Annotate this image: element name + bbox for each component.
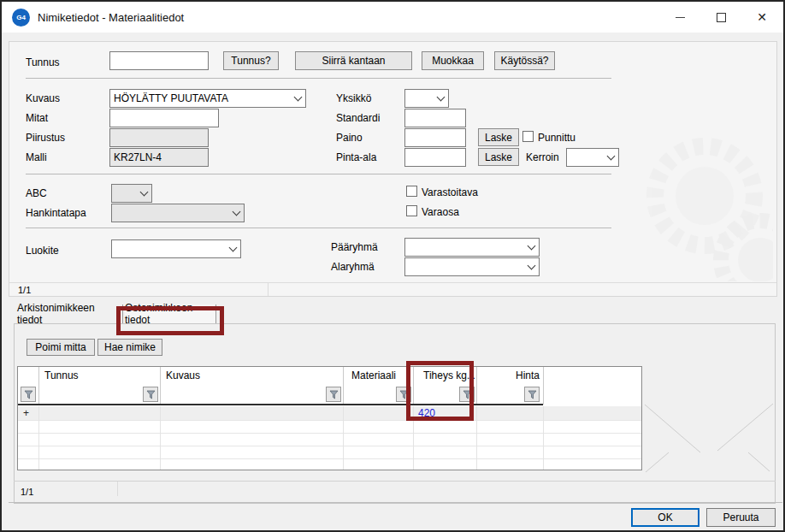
tunnus-input[interactable] bbox=[109, 51, 209, 70]
yksikko-combobox[interactable] bbox=[404, 89, 449, 108]
kuvaus-value: HÖYLÄTTY PUUTAVATA bbox=[110, 92, 291, 104]
luokite-combobox[interactable] bbox=[111, 239, 241, 258]
chevron-down-icon bbox=[434, 90, 448, 107]
kuvaus-combobox[interactable]: HÖYLÄTTY PUUTAVATA bbox=[109, 89, 306, 108]
column-header-materiaali[interactable]: Materiaali bbox=[351, 369, 396, 381]
minimize-button[interactable] bbox=[665, 6, 694, 28]
filter-funnel-icon[interactable] bbox=[143, 387, 158, 402]
chevron-down-icon bbox=[291, 90, 305, 107]
pinta-ala-input[interactable] bbox=[404, 148, 466, 167]
paino-input[interactable] bbox=[404, 128, 466, 147]
form-record-pager: 1/1 bbox=[18, 285, 31, 295]
poimi-mitta-button[interactable]: Poimi mitta bbox=[27, 339, 95, 356]
separator bbox=[26, 78, 611, 79]
varastoitava-checkbox[interactable] bbox=[406, 186, 417, 197]
item-form-panel: Tunnus Tunnus? Siirrä kantaan Muokkaa Kä… bbox=[9, 41, 777, 297]
filter-funnel-icon[interactable] bbox=[459, 387, 475, 402]
ostonimike-grid[interactable]: Tunnus Kuvaus Materiaali Tiheys kg... Hi… bbox=[17, 366, 642, 470]
piirustus-label: Piirustus bbox=[26, 132, 65, 144]
punnittu-checkbox[interactable] bbox=[522, 131, 534, 142]
pinta-ala-label: Pinta-ala bbox=[336, 151, 376, 163]
separator bbox=[26, 228, 611, 228]
filter-funnel-icon[interactable] bbox=[21, 387, 36, 402]
chevron-down-icon bbox=[524, 258, 539, 275]
mitat-input[interactable] bbox=[109, 109, 219, 127]
punnittu-label: Punnittu bbox=[538, 132, 575, 144]
hae-nimike-button[interactable]: Hae nimike bbox=[97, 339, 162, 356]
tab-ostonimikkeen-tiedot[interactable]: Ostonimikkeen tiedot bbox=[125, 304, 216, 323]
piirustus-input[interactable] bbox=[109, 128, 209, 147]
filter-funnel-icon[interactable] bbox=[524, 387, 540, 402]
separator bbox=[26, 174, 611, 174]
chevron-down-icon bbox=[604, 149, 618, 166]
chevron-down-icon bbox=[524, 239, 539, 256]
grid-record-statusbar: 1/1 bbox=[14, 481, 776, 503]
laske-pinta-ala-button[interactable]: Laske bbox=[478, 148, 519, 166]
standardi-input[interactable] bbox=[404, 109, 466, 127]
dialog-window: G4 Nimiketiedot - Materiaalitiedot ✕ Tun… bbox=[0, 0, 785, 532]
kerroin-combobox[interactable] bbox=[566, 148, 619, 167]
maximize-button[interactable] bbox=[706, 6, 735, 28]
chevron-down-icon bbox=[137, 185, 151, 202]
paaryhma-combobox[interactable] bbox=[404, 238, 540, 257]
siirra-kantaan-button[interactable]: Siirrä kantaan bbox=[295, 51, 412, 70]
yksikko-label: Yksikkö bbox=[336, 92, 371, 104]
column-header-tunnus[interactable]: Tunnus bbox=[44, 369, 79, 381]
grid-record-pager: 1/1 bbox=[21, 487, 33, 497]
mitat-label: Mitat bbox=[26, 112, 48, 124]
alaryhma-combobox[interactable] bbox=[404, 257, 540, 276]
kaytossa-button[interactable]: Käytössä? bbox=[494, 51, 555, 70]
muokkaa-button[interactable]: Muokkaa bbox=[422, 51, 484, 70]
varaosa-label: Varaosa bbox=[422, 206, 459, 218]
paaryhma-label: Pääryhmä bbox=[331, 241, 378, 253]
column-header-tiheys[interactable]: Tiheys kg... bbox=[423, 369, 475, 381]
malli-label: Malli bbox=[26, 151, 47, 163]
table-row[interactable] bbox=[18, 406, 641, 420]
window-title: Nimiketiedot - Materiaalitiedot bbox=[38, 11, 184, 24]
malli-input[interactable] bbox=[109, 148, 209, 167]
alaryhma-label: Alaryhmä bbox=[331, 261, 375, 273]
kuvaus-label: Kuvaus bbox=[26, 92, 60, 104]
luokite-label: Luokite bbox=[26, 245, 59, 257]
statusbar-divider bbox=[268, 283, 269, 296]
filter-funnel-icon[interactable] bbox=[396, 387, 411, 402]
kerroin-label: Kerroin bbox=[526, 151, 559, 163]
varastoitava-label: Varastoitava bbox=[422, 186, 478, 198]
column-header-hinta[interactable]: Hinta bbox=[516, 369, 540, 381]
abc-combobox[interactable] bbox=[111, 184, 152, 203]
column-header-kuvaus[interactable]: Kuvaus bbox=[166, 369, 200, 381]
varaosa-checkbox[interactable] bbox=[406, 205, 417, 216]
minimize-icon bbox=[676, 17, 685, 18]
standardi-label: Standardi bbox=[336, 112, 380, 124]
gear-watermark-icon bbox=[602, 102, 773, 281]
maximize-icon bbox=[717, 13, 726, 22]
app-logo-icon: G4 bbox=[12, 9, 30, 27]
statusbar-divider bbox=[117, 482, 118, 496]
new-row-indicator: + bbox=[23, 407, 29, 419]
chevron-down-icon bbox=[229, 204, 244, 222]
tab-arkistonimikkeen-tiedot[interactable]: Arkistonimikkeen tiedot bbox=[17, 304, 123, 323]
tunnus-label: Tunnus bbox=[26, 56, 60, 68]
paino-label: Paino bbox=[336, 132, 363, 144]
window-controls: ✕ bbox=[653, 6, 776, 28]
tiheys-cell-value[interactable]: 420 bbox=[418, 407, 435, 419]
laske-paino-button[interactable]: Laske bbox=[478, 128, 519, 146]
filter-funnel-icon[interactable] bbox=[326, 387, 341, 402]
form-record-statusbar: 1/1 bbox=[9, 282, 776, 296]
hankintatapa-combobox[interactable] bbox=[111, 204, 245, 222]
tunnus-question-button[interactable]: Tunnus? bbox=[223, 51, 279, 70]
peruuta-button[interactable]: Peruuta bbox=[706, 508, 776, 527]
hankintatapa-label: Hankintatapa bbox=[26, 207, 86, 219]
close-button[interactable]: ✕ bbox=[747, 6, 776, 28]
ok-button[interactable]: OK bbox=[631, 508, 699, 527]
title-bar: G4 Nimiketiedot - Materiaalitiedot ✕ bbox=[2, 2, 783, 33]
chevron-down-icon bbox=[226, 240, 240, 257]
close-icon: ✕ bbox=[757, 10, 767, 24]
abc-label: ABC bbox=[26, 187, 47, 199]
